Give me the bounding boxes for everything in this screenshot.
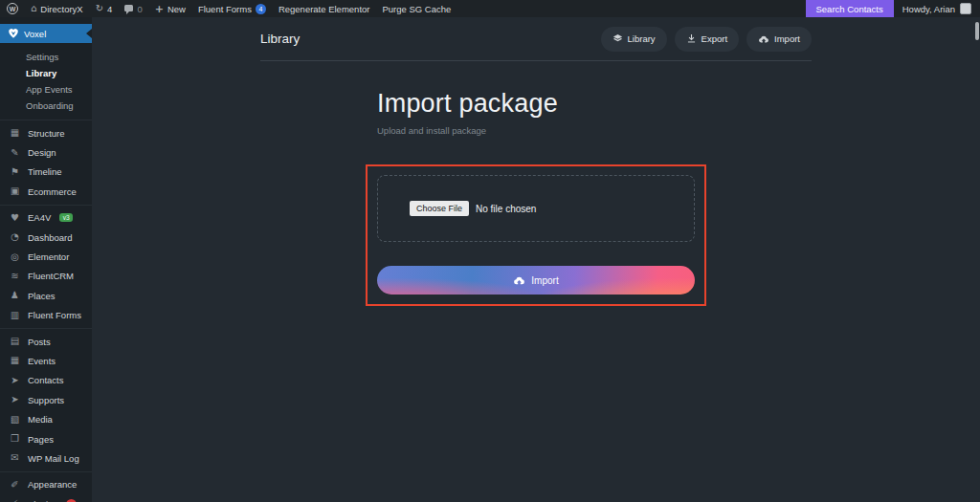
fluent-forms-menu[interactable]: Fluent Forms 4 bbox=[198, 4, 266, 14]
pages-icon: ❐ bbox=[9, 434, 21, 444]
timeline-icon: ⚑ bbox=[9, 167, 21, 177]
updates-menu[interactable]: ↻ 4 bbox=[96, 4, 113, 14]
avatar bbox=[960, 3, 971, 14]
ea4v-icon: ♥ bbox=[9, 213, 21, 223]
wp-admin-bar: W ⌂ DirectoryX ↻ 4 0 + New Fluent Forms … bbox=[0, 0, 980, 17]
sidebar-item-supports[interactable]: ➤ Supports bbox=[0, 390, 92, 409]
main-content: Library Library Export bbox=[92, 17, 980, 502]
voxel-logo-icon bbox=[8, 28, 19, 39]
elementor-icon: ◎ bbox=[9, 252, 21, 262]
comment-icon bbox=[124, 5, 133, 11]
library-header: Library Library Export bbox=[260, 17, 812, 60]
mail-icon: ✉ bbox=[9, 453, 21, 463]
cloud-upload-icon bbox=[758, 33, 769, 45]
import-submit-button[interactable]: Import bbox=[377, 266, 695, 295]
sidebar-item-elementor[interactable]: ◎ Elementor bbox=[0, 247, 92, 266]
howdy-label: Howdy, Arian bbox=[902, 4, 955, 14]
sidebar-separator bbox=[0, 328, 92, 329]
sidebar-separator bbox=[0, 471, 92, 472]
download-icon bbox=[686, 33, 697, 44]
sidebar-item-app-events[interactable]: App Events bbox=[0, 81, 92, 98]
voxel-submenu: Settings Library App Events Onboarding bbox=[0, 43, 92, 117]
fluent-forms-badge: 4 bbox=[256, 4, 266, 14]
appearance-icon: ✐ bbox=[9, 480, 21, 490]
cloud-upload-icon bbox=[513, 274, 525, 287]
sidebar-item-ecommerce[interactable]: ▣ Ecommerce bbox=[0, 182, 92, 201]
purge-sg-cache-menu[interactable]: Purge SG Cache bbox=[382, 4, 451, 14]
supports-icon: ➤ bbox=[9, 395, 21, 404]
new-content-menu[interactable]: + New bbox=[155, 4, 186, 14]
import-button[interactable]: Import bbox=[746, 27, 812, 52]
sidebar-item-design[interactable]: ✎ Design bbox=[0, 142, 92, 162]
plus-icon: + bbox=[155, 4, 164, 14]
search-contacts-button[interactable]: Search Contacts bbox=[806, 0, 894, 17]
sidebar-separator bbox=[0, 120, 92, 120]
updates-count: 4 bbox=[107, 4, 112, 14]
sidebar-item-places[interactable]: ♟ Places bbox=[0, 286, 92, 305]
ecommerce-icon: ▣ bbox=[9, 186, 21, 196]
sidebar-separator bbox=[0, 205, 92, 206]
sidebar-item-events[interactable]: ▦ Events bbox=[0, 351, 92, 370]
file-upload-dropzone[interactable]: Choose File No file chosen bbox=[377, 175, 695, 242]
sidebar-item-plugins[interactable]: ⚡ Plugins 4 bbox=[0, 494, 92, 502]
sidebar-item-wp-mail-log[interactable]: ✉ WP Mail Log bbox=[0, 448, 92, 468]
sidebar-item-structure[interactable]: ▦ Structure bbox=[0, 123, 92, 142]
events-icon: ▦ bbox=[9, 356, 21, 365]
sidebar-item-contacts[interactable]: ➤ Contacts bbox=[0, 371, 92, 390]
library-button[interactable]: Library bbox=[601, 27, 667, 52]
site-name-label: DirectoryX bbox=[40, 4, 82, 14]
highlight-annotation-box: Choose File No file chosen Import bbox=[366, 164, 706, 306]
dashboard-icon: ◔ bbox=[9, 232, 21, 242]
header-buttons: Library Export Import bbox=[601, 27, 812, 52]
sidebar-item-dashboard[interactable]: ◔ Dashboard bbox=[0, 228, 92, 247]
new-label: New bbox=[167, 4, 186, 14]
places-icon: ♟ bbox=[9, 291, 21, 300]
sidebar-item-appearance[interactable]: ✐ Appearance bbox=[0, 475, 92, 494]
my-account-menu[interactable]: Howdy, Arian bbox=[894, 3, 980, 14]
fluent-forms-label: Fluent Forms bbox=[198, 4, 252, 14]
posts-icon: ▤ bbox=[9, 337, 21, 346]
ea4v-version-badge: v3 bbox=[59, 213, 73, 222]
comments-count: 0 bbox=[137, 4, 142, 14]
regenerate-elementor-menu[interactable]: Regenerate Elementor bbox=[278, 4, 370, 14]
import-package-section: Import package Upload and install packag… bbox=[377, 89, 695, 306]
choose-file-button[interactable]: Choose File bbox=[410, 201, 469, 216]
sidebar-item-fluent-forms[interactable]: ▥ Fluent Forms bbox=[0, 306, 92, 325]
wordpress-menu[interactable]: W bbox=[7, 3, 18, 14]
fluent-forms-icon: ▥ bbox=[9, 311, 21, 320]
structure-icon: ▦ bbox=[9, 128, 21, 138]
wordpress-logo-icon: W bbox=[7, 3, 18, 14]
sidebar-item-timeline[interactable]: ⚑ Timeline bbox=[0, 163, 92, 182]
sidebar-item-settings[interactable]: Settings bbox=[0, 49, 92, 65]
voxel-label: Voxel bbox=[24, 29, 46, 39]
sidebar-item-voxel[interactable]: Voxel bbox=[0, 24, 92, 43]
import-package-title: Import package bbox=[377, 89, 695, 119]
file-chosen-status: No file chosen bbox=[476, 204, 536, 214]
contacts-icon: ➤ bbox=[9, 376, 21, 385]
layers-icon bbox=[612, 33, 623, 44]
sidebar-item-ea4v[interactable]: ♥ EA4V v3 bbox=[0, 208, 92, 228]
site-name-menu[interactable]: ⌂ DirectoryX bbox=[31, 4, 83, 14]
admin-bar-right: Search Contacts Howdy, Arian bbox=[806, 0, 980, 17]
sidebar-item-fluentcrm[interactable]: ≋ FluentCRM bbox=[0, 267, 92, 286]
header-divider bbox=[260, 60, 812, 61]
sidebar-item-posts[interactable]: ▤ Posts bbox=[0, 332, 92, 351]
fluentcrm-icon: ≋ bbox=[9, 272, 21, 281]
updates-icon: ↻ bbox=[96, 4, 103, 13]
admin-bar-left: W ⌂ DirectoryX ↻ 4 0 + New Fluent Forms … bbox=[0, 0, 451, 17]
home-icon: ⌂ bbox=[31, 4, 36, 13]
design-icon: ✎ bbox=[9, 148, 21, 158]
comments-menu[interactable]: 0 bbox=[124, 4, 142, 14]
import-package-subtitle: Upload and install package bbox=[377, 125, 695, 136]
sidebar-item-pages[interactable]: ❐ Pages bbox=[0, 429, 92, 448]
export-button[interactable]: Export bbox=[675, 27, 739, 52]
sidebar-item-onboarding[interactable]: Onboarding bbox=[0, 98, 92, 114]
sidebar-item-library[interactable]: Library bbox=[0, 65, 92, 81]
admin-sidebar: Voxel Settings Library App Events Onboar… bbox=[0, 17, 92, 502]
page-title: Library bbox=[260, 32, 300, 46]
scrollbar-thumb[interactable] bbox=[975, 22, 979, 40]
media-icon: ▧ bbox=[9, 415, 21, 425]
sidebar-item-media[interactable]: ▧ Media bbox=[0, 409, 92, 428]
